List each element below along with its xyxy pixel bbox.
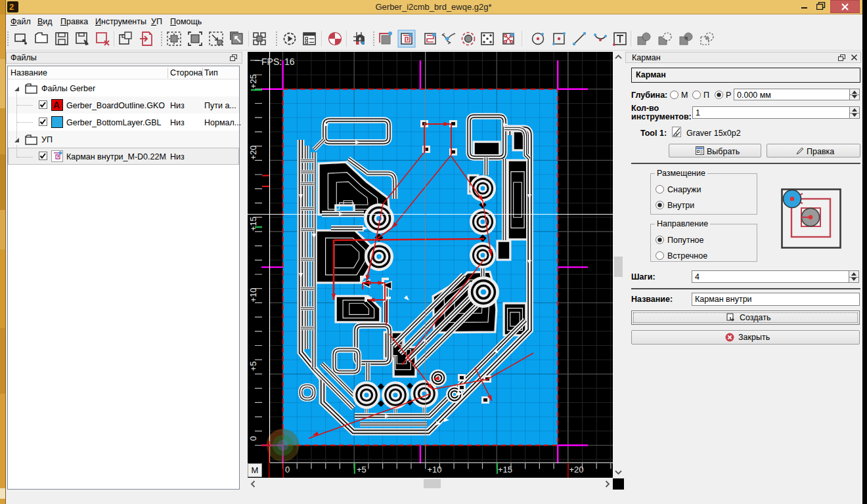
svg-text:+5: +5: [357, 465, 367, 474]
svg-text:0: 0: [248, 436, 258, 440]
svg-text:+10: +10: [428, 465, 442, 474]
svg-text:+15: +15: [248, 217, 258, 231]
svg-text:+15: +15: [498, 465, 512, 474]
svg-text:FPS: 16: FPS: 16: [261, 56, 295, 67]
svg-text:+20: +20: [569, 465, 584, 474]
svg-text:+25: +25: [248, 74, 258, 89]
svg-text:+5: +5: [248, 362, 258, 371]
svg-text:0: 0: [285, 465, 290, 474]
svg-text:+20: +20: [248, 145, 258, 159]
svg-text:+10: +10: [248, 287, 258, 302]
